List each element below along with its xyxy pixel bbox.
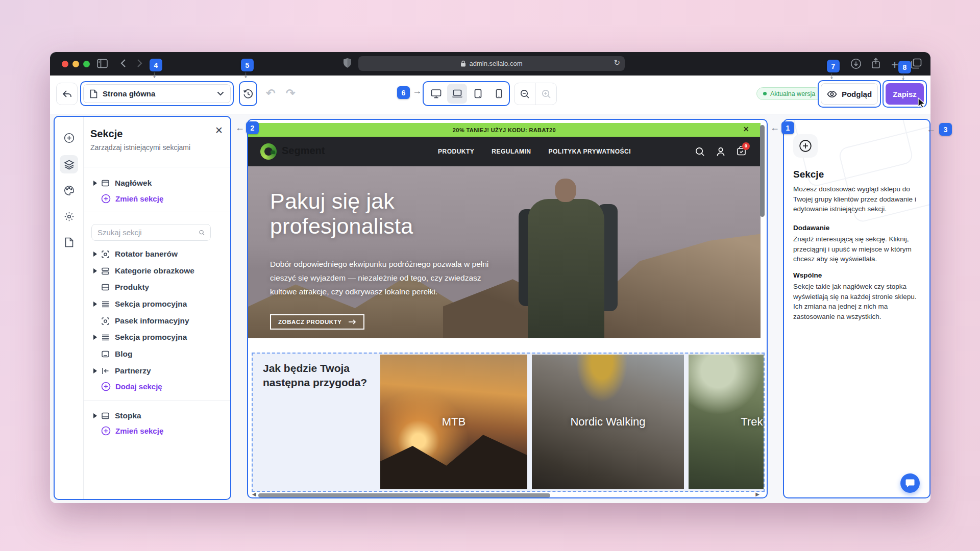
chat-widget-button[interactable] <box>900 473 920 493</box>
caret-icon[interactable] <box>93 181 97 186</box>
caret-icon[interactable] <box>93 268 97 273</box>
caret-icon[interactable] <box>93 368 97 373</box>
section-item[interactable]: Sekcja promocyjna <box>84 331 230 344</box>
section-item[interactable]: Partnerzy <box>84 364 230 378</box>
mobile-device-button[interactable] <box>489 84 509 104</box>
footer-section-icon <box>102 412 110 419</box>
cart-button[interactable]: 0 <box>737 146 746 158</box>
screen: admin.sellaio.com ↻ + Strona głów <box>0 0 980 551</box>
search-icon[interactable] <box>695 147 705 157</box>
section-item-footer[interactable]: Stopka <box>84 409 230 422</box>
section-item[interactable]: Blog <box>84 347 230 361</box>
help-section-heading: Dodawanie <box>793 224 829 232</box>
scroll-right-icon[interactable]: ▶ <box>755 491 760 497</box>
add-section-link[interactable]: Dodaj sekcję <box>101 382 162 391</box>
section-item[interactable]: Pasek informacyjny <box>84 314 230 328</box>
tab-overview-icon[interactable] <box>911 58 922 71</box>
tablet-device-button[interactable] <box>468 84 488 104</box>
version-badge-label: Aktualna wersja <box>770 90 815 97</box>
cart-count-badge: 0 <box>742 142 750 150</box>
section-item[interactable]: Produkty <box>84 281 230 294</box>
close-panel-icon[interactable]: ✕ <box>215 124 223 136</box>
pages-tab[interactable] <box>60 233 78 252</box>
category-card-nordic-walking[interactable]: Nordic Walking <box>532 355 684 489</box>
preview-button[interactable]: Podgląd <box>821 83 878 105</box>
app-toolbar: Strona główna ↶ ↷ <box>50 76 930 114</box>
share-icon[interactable] <box>871 57 881 71</box>
new-tab-icon[interactable]: + <box>891 58 898 72</box>
privacy-shield-icon[interactable] <box>343 58 352 70</box>
sidebar-toggle-icon[interactable] <box>97 59 108 70</box>
rows-icon <box>102 267 110 275</box>
plus-circle-icon <box>101 194 111 204</box>
arrow-left-icon: ← <box>770 122 779 133</box>
store-preview: 20% TANIEJ! UŻYJ KODU: RABAT20 ✕ Segment… <box>247 119 768 498</box>
preview-vertical-scrollbar[interactable] <box>760 125 765 217</box>
zoom-out-button[interactable] <box>514 83 535 105</box>
nav-link[interactable]: PRODUKTY <box>438 148 474 155</box>
caret-icon[interactable] <box>93 413 97 418</box>
back-icon[interactable] <box>120 59 126 70</box>
section-item[interactable]: Rotator banerów <box>84 247 230 261</box>
theme-tab[interactable] <box>60 181 78 199</box>
zoom-in-button[interactable] <box>535 83 556 105</box>
close-window-button[interactable] <box>62 61 68 67</box>
search-sections[interactable] <box>91 224 211 241</box>
add-section-button[interactable] <box>793 134 818 158</box>
change-section-link-top[interactable]: Zmień sekcję <box>101 194 163 204</box>
chat-icon <box>905 478 915 488</box>
hero-cta-button[interactable]: ZOBACZ PRODUKTY <box>270 314 364 330</box>
category-card-mtb[interactable]: MTB <box>380 355 527 489</box>
preview-horizontal-scrollbar[interactable]: ◀ ▶ <box>252 493 760 498</box>
promo-bar: 20% TANIEJ! UŻYJ KODU: RABAT20 ✕ <box>248 123 761 137</box>
layers-icon <box>64 159 75 170</box>
change-section-link-bottom[interactable]: Zmień sekcję <box>101 426 163 436</box>
hero-title: Pakuj się jak profesjonalista <box>270 189 488 239</box>
account-icon[interactable] <box>716 147 725 157</box>
zoom-controls <box>514 83 557 105</box>
forward-icon[interactable] <box>137 59 142 70</box>
section-item[interactable]: Kategorie obrazkowe <box>84 264 230 278</box>
caret-icon[interactable] <box>93 335 97 340</box>
laptop-device-button[interactable] <box>447 84 467 104</box>
reload-icon[interactable]: ↻ <box>614 58 620 67</box>
version-status-dot <box>763 92 767 95</box>
undo-icon[interactable]: ↶ <box>266 87 275 100</box>
section-item[interactable]: Sekcja promocyjna <box>84 297 230 311</box>
caret-icon[interactable] <box>93 302 97 307</box>
sections-panel-subtitle: Zarządzaj istniejącymi sekcjami <box>90 143 190 152</box>
scroll-left-icon[interactable]: ◀ <box>252 491 256 497</box>
scan-icon <box>102 251 110 258</box>
downloads-icon[interactable] <box>850 58 862 71</box>
promo-bar-text: 20% TANIEJ! UŻYJ KODU: RABAT20 <box>453 127 556 133</box>
desktop-device-button[interactable] <box>426 84 446 104</box>
zoom-window-button[interactable] <box>83 61 90 67</box>
redo-icon[interactable]: ↷ <box>286 87 295 100</box>
annotation-badge-1: 1 <box>781 121 794 134</box>
url-bar[interactable]: admin.sellaio.com ↻ <box>358 56 625 71</box>
page-selector-dropdown[interactable]: Strona główna <box>83 84 231 103</box>
annotation-badge-6: 6 <box>397 86 410 99</box>
category-card-trekking[interactable]: Trekking <box>689 355 765 489</box>
horizontal-scroll-thumb[interactable] <box>258 493 550 497</box>
sections-tab[interactable] <box>60 155 78 173</box>
help-section-body: Sekcje takie jak nagłówek czy stopka wyś… <box>793 282 923 321</box>
nav-link[interactable]: POLITYKA PRYWATNOŚCI <box>549 148 631 155</box>
adventure-section-selected[interactable]: Jak będzie Twoja następna przygoda? MTB … <box>252 353 765 492</box>
add-element-tab[interactable] <box>60 129 78 147</box>
settings-tab[interactable] <box>60 207 78 226</box>
minimize-window-button[interactable] <box>72 61 79 67</box>
nav-link[interactable]: REGULAMIN <box>492 148 531 155</box>
history-button[interactable] <box>240 82 256 105</box>
save-button-label: Zapisz <box>893 90 917 98</box>
promo-close-icon[interactable]: ✕ <box>743 125 749 133</box>
scan-icon <box>102 317 110 325</box>
exit-editor-button[interactable] <box>56 83 78 105</box>
caret-icon[interactable] <box>93 252 97 257</box>
section-item-header[interactable]: Nagłówek <box>84 177 230 190</box>
search-input[interactable] <box>97 228 199 237</box>
store-logo[interactable] <box>260 143 277 160</box>
help-panel: Sekcje Możesz dostosować wygląd sklepu d… <box>783 119 930 498</box>
hero-section[interactable]: Pakuj się jak profesjonalista Dobór odpo… <box>248 166 761 338</box>
search-icon <box>199 229 205 237</box>
